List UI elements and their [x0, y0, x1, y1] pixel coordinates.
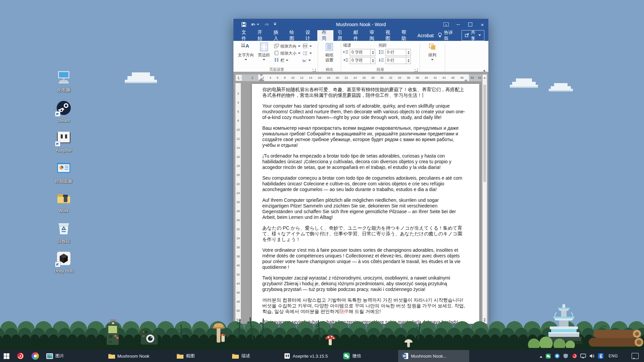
tab-mailings[interactable]: 邮件	[350, 30, 366, 41]
tab-selector[interactable]: L	[235, 74, 242, 81]
wechat-icon	[343, 353, 350, 359]
vertical-ruler[interactable]: 2468101214161820222426283032343638404244…	[235, 83, 241, 324]
language-indicator[interactable]: ENG	[606, 354, 620, 358]
document-paragraph[interactable]: Ваш компьютер начал произрастать всеми в…	[262, 125, 467, 148]
netease-music-button[interactable]	[13, 350, 28, 362]
desktop-icon-aseprite[interactable]: Aseprite	[45, 130, 83, 153]
document-paragraph[interactable]: 你的电脑开始随机冒出各种可爱、奇趣、甚至带有独特技能的蘑菇了！收集、养育它们，再…	[262, 87, 467, 98]
line-numbers-button[interactable]: 12	[303, 50, 312, 56]
hanging-indent-marker[interactable]	[260, 76, 263, 80]
folder-description-button[interactable]: 描述	[228, 350, 254, 362]
redo-icon[interactable]	[264, 22, 269, 27]
tab-insert[interactable]: 插入	[269, 30, 285, 41]
document-paragraph[interactable]: Votre ordinateur s'est mis à faire pouss…	[262, 247, 467, 270]
pictures-button[interactable]: 图片	[43, 350, 68, 362]
tray-app-icon[interactable]	[554, 353, 560, 359]
next-page-icon[interactable]	[484, 320, 486, 323]
tray-music-icon[interactable]	[572, 353, 577, 359]
start-button[interactable]	[0, 350, 13, 362]
tab-help[interactable]: 帮助	[397, 30, 414, 41]
document-paragraph[interactable]: Twój komputer zaczął wyrastać z różnorod…	[262, 275, 467, 292]
tab-acrobat[interactable]: Acrobat	[414, 30, 438, 41]
grid-paper-setup-button[interactable]: 稿纸 设置	[321, 42, 337, 62]
space-after-field[interactable]: 0 行	[385, 57, 411, 64]
document-paragraph[interactable]: ¡Tu ordenador ha empezado a brotar todo …	[262, 153, 467, 170]
display-icon[interactable]	[580, 353, 586, 359]
space-before-field[interactable]: 0 行	[385, 49, 411, 56]
folder-screenshots-button[interactable]: 截图	[173, 350, 198, 362]
document-paragraph[interactable]: Your computer has started sprouting all …	[262, 103, 467, 120]
columns-button[interactable]: 栏	[274, 57, 301, 63]
right-indent-marker[interactable]	[464, 77, 468, 81]
document-paragraph[interactable]: Seu computador começou a brotar com todo…	[262, 175, 467, 192]
ruler-number: 44	[235, 279, 241, 288]
share-icon	[465, 33, 469, 38]
scrollbar-thumb[interactable]	[483, 85, 486, 182]
hyphenation-button[interactable]: bc-	[303, 57, 312, 63]
document-page[interactable]: 你的电脑开始随机冒出各种可爱、奇趣、甚至带有独特技能的蘑菇了！收集、养育它们，再…	[252, 84, 479, 324]
desktop-icon-recycle-bin[interactable]: 回收站	[45, 220, 83, 244]
wechat-task-button[interactable]: 微信	[339, 350, 365, 362]
paper-size-button[interactable]: 纸张大小	[274, 50, 301, 56]
maximize-button[interactable]	[464, 19, 476, 30]
save-icon[interactable]	[241, 22, 246, 27]
indent-right-field[interactable]: 0 字符	[350, 57, 375, 64]
title-bar[interactable]: Mushroom Nook - Word ×	[233, 19, 488, 30]
color-wheel-app-button[interactable]	[28, 350, 43, 362]
share-button[interactable]: 共享	[462, 30, 484, 41]
tab-layout[interactable]: 布局	[317, 30, 333, 41]
previous-page-icon[interactable]	[484, 317, 486, 319]
volume-icon[interactable]	[589, 353, 595, 359]
folder-icon	[232, 353, 239, 359]
collapse-ribbon-icon[interactable]	[483, 68, 486, 71]
document-text[interactable]: 你的电脑开始随机冒出各种可爱、奇趣、甚至带有独特技能的蘑菇了！收集、养育它们，再…	[252, 84, 479, 324]
indent-left-field[interactable]: 0 字符	[350, 49, 375, 56]
document-paragraph[interactable]: Auf Ihrem Computer sprießen plötzlich al…	[262, 197, 467, 220]
document-paragraph[interactable]: あなたの PC から、愛らしく、奇妙で、ユニークな能力を持つキノコが生えてくる！…	[262, 225, 467, 242]
desktop-icon-unity-hub[interactable]: Unity Hub	[45, 250, 83, 274]
desktop-icon-control-panel[interactable]: 控制面板	[45, 160, 83, 184]
word-task-button[interactable]: W Mushroom Nook...	[398, 350, 469, 362]
hidden-icons-chevron[interactable]	[540, 355, 542, 358]
minimize-button[interactable]	[452, 19, 464, 30]
dialog-launcher-icon[interactable]	[312, 68, 316, 72]
breaks-button[interactable]	[303, 43, 312, 49]
arrange-button[interactable]: 排列	[424, 42, 440, 62]
folder-mushroom-nook-button[interactable]: Mushroom Nook	[105, 350, 153, 362]
tab-home[interactable]: 开始	[254, 30, 270, 41]
customize-qat-icon[interactable]	[274, 23, 276, 26]
document-paragraph[interactable]: Bilgisayarınız sevimli, tuhaf ve hatta b…	[262, 319, 467, 324]
desktop-icon-steam[interactable]: Steam	[45, 100, 83, 123]
bluetooth-icon[interactable]	[598, 353, 603, 359]
action-center-icon[interactable]	[632, 353, 639, 359]
tab-design[interactable]: 设计	[302, 30, 318, 41]
ruler-number: 22	[235, 180, 241, 189]
aseprite-task-button[interactable]: Aseprite v1.3.15.5	[280, 350, 331, 362]
desktop-icon-this-pc[interactable]: 此电脑	[45, 69, 83, 93]
tab-draw[interactable]: 绘图	[285, 30, 302, 41]
tray-wechat-icon[interactable]	[545, 353, 551, 359]
scroll-up-icon[interactable]	[483, 75, 487, 79]
tell-me[interactable]: 告诉我	[438, 30, 454, 41]
tab-references[interactable]: 引用	[333, 30, 350, 41]
ruler-number: 36	[407, 76, 410, 79]
ribbon-display-options-icon[interactable]	[440, 19, 452, 30]
tab-review[interactable]: 审阅	[366, 30, 382, 41]
margins-button[interactable]: 页边距	[256, 42, 272, 62]
vertical-scrollbar[interactable]	[482, 74, 487, 324]
tab-view[interactable]: 视图	[381, 30, 397, 41]
desktop-icon-work-folder[interactable]: Work	[45, 190, 83, 213]
document-paragraph[interactable]: 여러분의 컴퓨터에 사랑스럽고 기발하며 독특한 능력까지 가진 버섯들이 자라…	[262, 297, 467, 314]
group-page-setup: A 文字方向 页边距 纸张方向	[236, 42, 317, 73]
undo-icon[interactable]	[251, 22, 259, 27]
tray-shield-icon[interactable]	[563, 353, 569, 359]
horizontal-ruler[interactable]: 2 24681012141618202224262830323436384042…	[235, 74, 482, 81]
left-indent-marker[interactable]	[259, 80, 264, 81]
folder-icon	[108, 353, 115, 359]
orientation-button[interactable]: 纸张方向	[274, 43, 301, 49]
text-direction-button[interactable]: A 文字方向	[238, 42, 254, 62]
lightbulb-icon	[438, 33, 442, 39]
dialog-launcher-icon[interactable]	[414, 68, 418, 72]
close-button[interactable]: ×	[476, 19, 488, 30]
tab-file[interactable]: 文件	[237, 30, 254, 41]
